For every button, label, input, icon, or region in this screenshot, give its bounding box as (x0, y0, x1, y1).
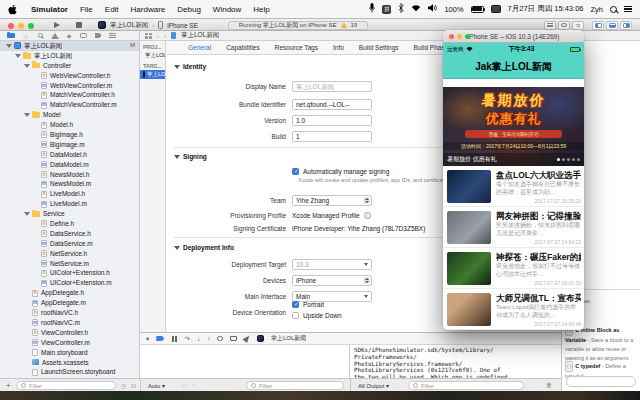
orientation-checkbox[interactable] (292, 312, 299, 319)
warning-icon[interactable] (341, 22, 347, 28)
signing-section-header[interactable]: Signing (174, 153, 207, 160)
find-navigator-icon[interactable] (36, 32, 44, 40)
navigator-row[interactable]: Model (0, 110, 139, 120)
battery-icon[interactable] (471, 6, 484, 13)
minimize-window-button[interactable] (18, 23, 24, 29)
toggle-utilities-button[interactable] (620, 21, 632, 30)
stop-button[interactable] (76, 22, 82, 28)
test-navigator-icon[interactable]: ◆ (65, 32, 73, 40)
auto-signing-checkbox[interactable] (292, 168, 299, 175)
navigator-row[interactable]: hViewController.h (0, 328, 139, 338)
navigator-row[interactable]: hMatchViewController.h (0, 90, 139, 100)
target-row[interactable]: 掌上LOL新闻 (140, 70, 165, 79)
simulate-location-icon[interactable] (242, 334, 251, 343)
version-editor-button[interactable]: ⇆ (572, 21, 584, 30)
navigator-filter-field[interactable]: Filter (16, 381, 116, 390)
project-row[interactable]: 掌上LOL新闻 (140, 51, 165, 60)
navigator-row[interactable]: 掌上LOL新闻 (0, 51, 139, 61)
navigator-row[interactable]: Service (0, 209, 139, 219)
minimize-window-button[interactable] (457, 34, 462, 39)
navigator-row[interactable]: mrootNavVC.m (0, 318, 139, 328)
navigator-row[interactable]: hLiveModel.h (0, 189, 139, 199)
identity-section-header[interactable]: Identity (174, 63, 206, 70)
navigator-row[interactable]: Main.storyboard (0, 348, 139, 358)
tab-build-settings[interactable]: Build Settings (359, 44, 399, 51)
tab-resource-tags[interactable]: Resource Tags (275, 44, 318, 51)
disclosure-icon[interactable] (15, 54, 21, 58)
step-over-icon[interactable]: ↷ (184, 335, 189, 343)
project-navigator-icon[interactable] (7, 32, 15, 40)
navigator-row[interactable]: 掌上LOL新闻M (0, 41, 139, 51)
deployment-target-combo[interactable]: 10.3 (292, 259, 372, 270)
navigator-row[interactable]: hAppDelegate.h (0, 288, 139, 298)
menu-simulator[interactable]: Simulator (25, 5, 74, 14)
tab-capabilities[interactable]: Capabilities (226, 44, 260, 51)
menu-window[interactable]: Window (207, 5, 247, 14)
snippet-item[interactable]: { }C Inline Block as Variable - Save a b… (565, 325, 638, 363)
disclosure-icon[interactable] (24, 113, 30, 117)
orientation-checkbox[interactable] (292, 301, 299, 308)
navigator-row[interactable]: mDataService.m (0, 239, 139, 249)
snippet-search-field[interactable] (566, 376, 636, 387)
related-items-icon[interactable] (145, 33, 152, 39)
step-into-icon[interactable]: ↓ (197, 335, 200, 342)
navigator-row[interactable]: hBigImage.h (0, 130, 139, 140)
navigator-row[interactable]: mMatchViewController.m (0, 100, 139, 110)
disclosure-icon[interactable] (24, 212, 30, 216)
bundle-identifier-field[interactable] (292, 99, 372, 110)
zoom-window-button[interactable] (28, 23, 34, 29)
toggle-navigator-button[interactable] (592, 21, 604, 30)
back-button[interactable]: ‹ (157, 33, 159, 39)
hide-debug-area-icon[interactable]: ▾ (146, 335, 149, 343)
forward-button[interactable]: › (164, 33, 166, 39)
console-filter-field[interactable]: Filter (408, 381, 524, 390)
info-icon[interactable]: i (364, 212, 371, 219)
debug-view-hierarchy-icon[interactable] (217, 336, 223, 342)
toggle-debug-area-button[interactable] (606, 21, 618, 30)
variables-filter-field[interactable]: Filter (246, 381, 344, 390)
navigator-row[interactable]: mLiveModel.m (0, 199, 139, 209)
news-item[interactable]: 网友神拼图：记得撞脸…笑笑接连躺枪，快来拼图到底哪几张是记浑身姿…2017-07… (443, 207, 584, 248)
navigator-row[interactable]: mNewsModel.m (0, 179, 139, 189)
news-item[interactable]: 大师兄调侃TL：宣布买…Team Liquid疯狂签约选手的举动成为了众人调侃的… (443, 289, 584, 330)
menubar-user[interactable]: Zyh (590, 5, 603, 14)
navigator-row[interactable]: mNetService.m (0, 259, 139, 269)
navigator-row[interactable]: hNewsModel.h (0, 170, 139, 180)
navigator-row[interactable]: LaunchScreen.storyboard (0, 367, 139, 377)
notification-center-icon[interactable] (624, 6, 632, 13)
menu-hardware[interactable]: Hardware (125, 5, 172, 14)
bluetooth-icon[interactable] (398, 3, 404, 15)
show-only-icon[interactable]: ◌ (182, 382, 186, 388)
navigator-row[interactable]: hUIColor+Extension.h (0, 268, 139, 278)
variables-scope-selector[interactable]: Auto ▾ (148, 382, 165, 389)
run-button[interactable] (54, 22, 60, 28)
scm-status-icon[interactable]: ⊡ (131, 382, 136, 389)
navigator-row[interactable]: hDataService.h (0, 229, 139, 239)
orientation-option[interactable]: Portrait (292, 301, 342, 308)
add-file-button[interactable]: + (6, 381, 11, 390)
navigator-row[interactable]: mAppDelegate.m (0, 298, 139, 308)
simulator-title-bar[interactable]: iPhone SE – iOS 10.3 (14E269) (443, 30, 584, 43)
microphone-icon[interactable] (369, 3, 375, 15)
breakpoints-toggle-icon[interactable] (156, 336, 164, 342)
display-name-field[interactable] (292, 81, 372, 92)
clear-console-icon[interactable]: 🗑 (546, 382, 552, 388)
spotlight-icon[interactable] (610, 6, 617, 13)
navigator-row[interactable]: hDefine.h (0, 219, 139, 229)
navigator-row[interactable]: hNetService.h (0, 249, 139, 259)
tab-general[interactable]: General (188, 44, 211, 51)
wifi-icon[interactable] (411, 4, 421, 14)
symbol-navigator-icon[interactable]: ◇ (22, 32, 30, 40)
issue-navigator-icon[interactable] (51, 32, 59, 40)
menu-edit[interactable]: Edit (99, 5, 125, 14)
navigator-row[interactable]: Controller (0, 61, 139, 71)
news-item[interactable]: 神探苍：碾压Faker的妖…双兔傍地走，假装打不过等等傅心理战术让对手…2017… (443, 248, 584, 289)
breakpoint-navigator-icon[interactable] (94, 32, 102, 40)
simulator-window[interactable]: iPhone SE – iOS 10.3 (14E269) 运营商 下午3:43… (443, 30, 584, 330)
menu-debug[interactable]: Debug (171, 5, 207, 14)
zoom-window-button[interactable] (465, 34, 470, 39)
navigator-row[interactable]: mBigImage.m (0, 140, 139, 150)
devices-popup[interactable]: iPhone (292, 275, 372, 286)
team-popup[interactable]: Yihe Zhang (292, 195, 372, 206)
assistant-editor-button[interactable] (558, 21, 570, 30)
